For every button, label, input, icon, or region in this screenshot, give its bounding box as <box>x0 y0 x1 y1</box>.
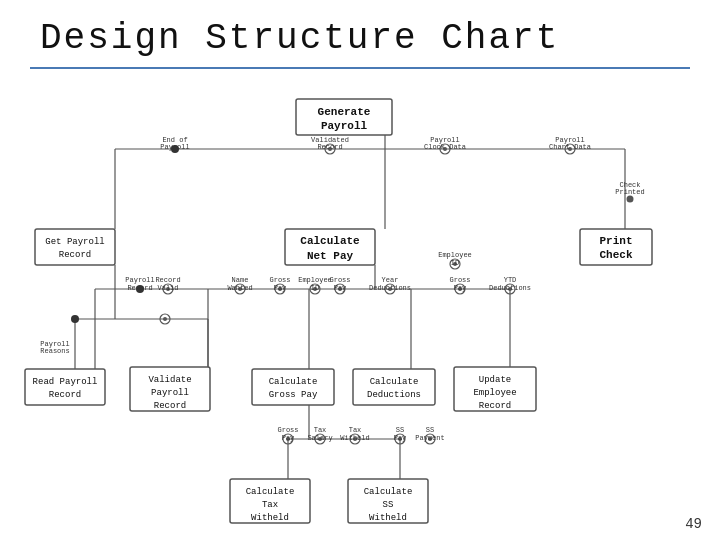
svg-text:Employee: Employee <box>298 276 332 284</box>
svg-text:Valid: Valid <box>157 284 178 292</box>
svg-text:Pay: Pay <box>274 284 287 292</box>
page-number: 49 <box>685 516 702 532</box>
svg-text:Pay: Pay <box>282 434 295 442</box>
svg-text:Gross: Gross <box>277 426 298 434</box>
svg-text:Record: Record <box>479 401 511 411</box>
svg-text:Record: Record <box>49 390 81 400</box>
svg-text:Calculate: Calculate <box>246 487 295 497</box>
svg-text:SS: SS <box>383 500 394 510</box>
chart-area: End of Payroll Validated Record Payroll … <box>0 69 720 529</box>
svg-text:Record: Record <box>155 276 180 284</box>
svg-text:SS: SS <box>396 426 404 434</box>
svg-text:Calculate: Calculate <box>364 487 413 497</box>
svg-text:ID: ID <box>451 259 459 267</box>
svg-text:Payroll: Payroll <box>160 143 189 151</box>
svg-text:Year: Year <box>382 276 399 284</box>
svg-text:Gross: Gross <box>269 276 290 284</box>
svg-text:Tax: Tax <box>262 500 278 510</box>
svg-text:Chart Data: Chart Data <box>549 143 591 151</box>
svg-point-75 <box>71 315 79 323</box>
structure-chart-svg: End of Payroll Validated Record Payroll … <box>0 69 720 529</box>
svg-text:YTD: YTD <box>504 276 517 284</box>
svg-text:Record: Record <box>154 401 186 411</box>
svg-text:Employee: Employee <box>438 251 472 259</box>
page-title: Design Structure Chart <box>0 0 720 67</box>
svg-text:Payment: Payment <box>415 434 444 442</box>
svg-text:Employee: Employee <box>473 388 516 398</box>
svg-text:Name: Name <box>232 276 249 284</box>
svg-text:Calculate: Calculate <box>300 235 360 247</box>
svg-text:Wanted: Wanted <box>227 284 252 292</box>
svg-text:Tax: Tax <box>314 426 327 434</box>
svg-text:Printed: Printed <box>615 188 644 196</box>
svg-text:Print: Print <box>599 235 632 247</box>
svg-text:Tax: Tax <box>349 426 362 434</box>
svg-text:SS: SS <box>426 426 434 434</box>
svg-text:Payroll: Payroll <box>151 388 189 398</box>
svg-text:Get Payroll: Get Payroll <box>45 237 104 247</box>
svg-text:Deductions: Deductions <box>369 284 411 292</box>
svg-text:Record: Record <box>317 143 342 151</box>
svg-text:Validate: Validate <box>148 375 191 385</box>
svg-text:Payroll: Payroll <box>321 120 368 132</box>
svg-text:Deductions: Deductions <box>489 284 531 292</box>
svg-text:ID: ID <box>311 284 319 292</box>
svg-text:Witheld: Witheld <box>251 513 289 523</box>
svg-text:Witheld: Witheld <box>340 434 369 442</box>
svg-text:Calculate: Calculate <box>370 377 419 387</box>
svg-text:Calculate: Calculate <box>269 377 318 387</box>
svg-text:Record: Record <box>59 250 91 260</box>
svg-text:Net Pay: Net Pay <box>307 250 354 262</box>
svg-text:Generate: Generate <box>318 106 371 118</box>
svg-text:Gross Pay: Gross Pay <box>269 390 318 400</box>
svg-text:Payroll: Payroll <box>125 276 154 284</box>
svg-text:Check: Check <box>599 249 632 261</box>
svg-text:Pay: Pay <box>394 434 407 442</box>
svg-text:Gross: Gross <box>449 276 470 284</box>
svg-text:Pay: Pay <box>334 284 347 292</box>
svg-point-22 <box>627 196 634 203</box>
svg-text:Read Payroll: Read Payroll <box>33 377 98 387</box>
svg-text:Gross: Gross <box>329 276 350 284</box>
svg-text:Update: Update <box>479 375 511 385</box>
svg-text:Record: Record <box>127 284 152 292</box>
svg-text:Clock Data: Clock Data <box>424 143 466 151</box>
svg-text:Witheld: Witheld <box>369 513 407 523</box>
svg-text:Pay: Pay <box>454 284 467 292</box>
svg-text:Deductions: Deductions <box>367 390 421 400</box>
svg-point-77 <box>163 317 167 321</box>
svg-text:Reasons: Reasons <box>40 347 69 355</box>
svg-text:Salary: Salary <box>307 434 332 442</box>
